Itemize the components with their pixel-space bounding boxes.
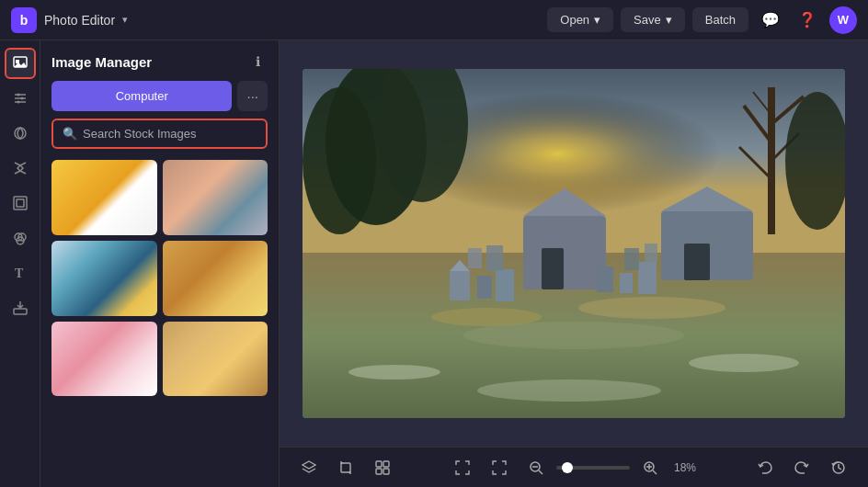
svg-rect-43 bbox=[468, 248, 482, 268]
svg-rect-42 bbox=[638, 262, 657, 294]
svg-point-7 bbox=[20, 97, 23, 100]
svg-rect-40 bbox=[597, 266, 613, 292]
thumbnail-2[interactable] bbox=[163, 160, 268, 235]
cemetery-svg bbox=[303, 69, 845, 418]
zoom-percentage: 18% bbox=[670, 461, 700, 474]
svg-point-52 bbox=[477, 379, 661, 402]
svg-rect-55 bbox=[376, 461, 382, 467]
text-tool-button[interactable]: T bbox=[5, 257, 36, 289]
svg-rect-46 bbox=[645, 244, 657, 262]
more-sources-button[interactable]: ··· bbox=[237, 81, 268, 111]
adjustments-icon bbox=[12, 90, 29, 107]
user-avatar[interactable]: W bbox=[829, 6, 857, 34]
panel-source-row: Computer ··· bbox=[51, 81, 268, 111]
svg-point-21 bbox=[303, 87, 376, 234]
overlays-icon bbox=[12, 230, 29, 246]
app-name: Photo Editor bbox=[44, 13, 115, 28]
save-button[interactable]: Save ▾ bbox=[621, 7, 685, 32]
svg-text:T: T bbox=[15, 266, 24, 280]
svg-marker-53 bbox=[303, 461, 315, 469]
svg-rect-44 bbox=[486, 245, 503, 271]
effects-tool-button[interactable] bbox=[5, 153, 36, 184]
open-button[interactable]: Open ▾ bbox=[547, 7, 613, 32]
grid-icon bbox=[374, 459, 391, 476]
batch-button[interactable]: Batch bbox=[692, 7, 748, 32]
svg-point-8 bbox=[17, 101, 19, 104]
overlays-tool-button[interactable] bbox=[5, 222, 36, 254]
zoom-controls: 18% bbox=[521, 453, 700, 482]
svg-line-63 bbox=[653, 470, 657, 474]
svg-point-6 bbox=[17, 94, 19, 96]
svg-rect-30 bbox=[523, 216, 606, 289]
svg-rect-38 bbox=[477, 276, 492, 299]
history-button[interactable] bbox=[824, 453, 853, 482]
topbar: b Photo Editor ▾ Open ▾ Save ▾ Batch 💬 ❓… bbox=[0, 0, 868, 40]
save-chevron-icon: ▾ bbox=[666, 13, 672, 27]
open-chevron-icon: ▾ bbox=[594, 13, 600, 27]
grid-button[interactable] bbox=[368, 453, 397, 482]
undo-button[interactable] bbox=[750, 453, 780, 482]
icon-sidebar: T bbox=[0, 40, 40, 487]
thumbnail-6[interactable] bbox=[163, 322, 268, 397]
svg-point-48 bbox=[578, 297, 725, 319]
fit-screen-button[interactable] bbox=[448, 453, 477, 482]
search-stock-input[interactable]: 🔍 Search Stock Images bbox=[51, 119, 268, 149]
fill-screen-button[interactable] bbox=[485, 453, 514, 482]
main-canvas-image bbox=[303, 69, 845, 418]
zoom-slider[interactable] bbox=[556, 466, 630, 470]
svg-line-60 bbox=[539, 470, 542, 474]
adjustments-tool-button[interactable] bbox=[5, 83, 36, 114]
search-icon: 🔍 bbox=[63, 127, 77, 141]
svg-rect-45 bbox=[624, 248, 639, 270]
filters-icon bbox=[12, 125, 29, 142]
redo-button[interactable] bbox=[787, 453, 817, 482]
thumbnail-5[interactable] bbox=[51, 322, 157, 397]
layers-button[interactable] bbox=[294, 453, 324, 482]
undo-icon bbox=[757, 459, 773, 476]
redo-icon bbox=[794, 459, 810, 476]
filters-tool-button[interactable] bbox=[5, 118, 36, 149]
search-placeholder-text: Search Stock Images bbox=[83, 127, 197, 141]
crop-rotate-button[interactable] bbox=[331, 453, 360, 482]
app-name-chevron-icon[interactable]: ▾ bbox=[122, 14, 128, 26]
images-icon bbox=[12, 55, 29, 72]
thumbnail-4[interactable] bbox=[163, 241, 268, 316]
svg-rect-56 bbox=[383, 461, 389, 467]
svg-point-50 bbox=[348, 365, 440, 379]
thumbnail-3[interactable] bbox=[51, 241, 157, 316]
frames-tool-button[interactable] bbox=[5, 187, 36, 219]
computer-button[interactable]: Computer bbox=[51, 81, 232, 111]
svg-rect-36 bbox=[450, 271, 470, 300]
bottom-toolbar: 18% bbox=[280, 447, 868, 487]
thumbnail-1[interactable] bbox=[51, 160, 157, 235]
zoom-in-button[interactable] bbox=[635, 453, 665, 482]
panel-title: Image Manager bbox=[51, 54, 152, 70]
fill-screen-icon bbox=[491, 459, 508, 476]
svg-rect-58 bbox=[383, 469, 389, 474]
image-manager-panel: Image Manager ℹ Computer ··· 🔍 Search St… bbox=[40, 40, 280, 487]
crop-rotate-icon bbox=[337, 459, 354, 476]
help-icon-button[interactable]: ❓ bbox=[793, 6, 822, 35]
image-grid bbox=[51, 160, 268, 396]
svg-rect-35 bbox=[684, 244, 710, 280]
svg-rect-10 bbox=[14, 197, 27, 210]
svg-rect-32 bbox=[542, 248, 564, 289]
export-tool-button[interactable] bbox=[5, 292, 36, 323]
svg-point-9 bbox=[15, 128, 26, 139]
effects-icon bbox=[12, 160, 29, 176]
svg-rect-57 bbox=[376, 469, 382, 474]
svg-rect-54 bbox=[341, 463, 350, 472]
svg-point-49 bbox=[463, 322, 684, 349]
panel-info-button[interactable]: ℹ bbox=[247, 51, 268, 72]
svg-point-51 bbox=[689, 354, 799, 372]
canvas-container[interactable] bbox=[280, 40, 868, 447]
fit-screen-icon bbox=[454, 459, 471, 476]
zoom-in-icon bbox=[642, 459, 658, 476]
zoom-out-button[interactable] bbox=[521, 453, 551, 482]
text-icon: T bbox=[12, 265, 29, 281]
images-tool-button[interactable] bbox=[5, 48, 36, 79]
main-layout: T Image Manager ℹ Computer ··· 🔍 Search … bbox=[0, 40, 868, 487]
zoom-out-icon bbox=[528, 459, 544, 476]
chat-icon-button[interactable]: 💬 bbox=[756, 6, 785, 35]
frames-icon bbox=[12, 195, 29, 211]
